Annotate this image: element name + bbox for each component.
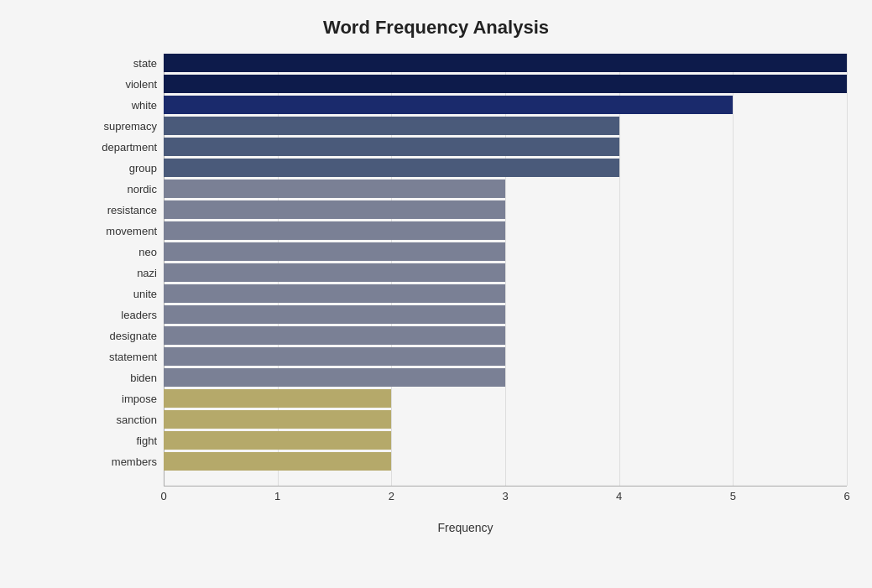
bar-label: sanction bbox=[84, 410, 164, 429]
bar-label: unite bbox=[84, 284, 164, 303]
x-tick-label: 4 bbox=[616, 490, 622, 502]
bar-label: members bbox=[84, 452, 164, 471]
x-tick-label: 6 bbox=[843, 490, 849, 502]
bar-cell bbox=[164, 96, 847, 114]
bar-rect bbox=[164, 159, 619, 177]
bar-label: neo bbox=[84, 242, 164, 261]
bar-rect bbox=[164, 284, 505, 303]
bar-cell bbox=[164, 263, 847, 282]
labels-column: stateviolentwhitesupremacydepartmentgrou… bbox=[84, 54, 164, 486]
bar-rect bbox=[164, 221, 505, 240]
bar-rect bbox=[164, 242, 505, 261]
bar-cell bbox=[164, 117, 847, 135]
chart-container: Word Frequency Analysis stateviolentwhit… bbox=[0, 0, 872, 588]
bar-rect bbox=[164, 410, 391, 429]
bar-rect bbox=[164, 75, 847, 93]
bar-label: nordic bbox=[84, 180, 164, 198]
x-tick-label: 1 bbox=[274, 490, 280, 502]
bar-cell bbox=[164, 180, 847, 198]
bar-cell bbox=[164, 242, 847, 261]
bar-rect bbox=[164, 200, 505, 219]
bar-cell bbox=[164, 305, 847, 324]
bar-cell bbox=[164, 326, 847, 345]
x-axis: 0123456 bbox=[164, 486, 847, 519]
bar-cell bbox=[164, 410, 847, 429]
bar-cell bbox=[164, 200, 847, 219]
bar-rect bbox=[164, 347, 505, 366]
bar-rect bbox=[164, 305, 505, 324]
bar-label: department bbox=[84, 138, 164, 156]
bar-rect bbox=[164, 96, 733, 114]
bar-label: supremacy bbox=[84, 117, 164, 135]
bar-cell bbox=[164, 75, 847, 93]
bar-rect bbox=[164, 452, 391, 471]
x-tick-label: 0 bbox=[160, 490, 166, 502]
x-axis-label: Frequency bbox=[84, 521, 847, 534]
bar-cell bbox=[164, 347, 847, 366]
bar-label: white bbox=[84, 96, 164, 114]
bar-rect bbox=[164, 117, 619, 135]
bar-rect bbox=[164, 138, 619, 156]
x-tick-label: 3 bbox=[502, 490, 508, 502]
bar-cell bbox=[164, 389, 847, 408]
bar-rect bbox=[164, 54, 847, 72]
bar-label: leaders bbox=[84, 305, 164, 324]
bars-column bbox=[164, 54, 847, 486]
bar-label: resistance bbox=[84, 200, 164, 219]
bar-cell bbox=[164, 221, 847, 240]
chart-title: Word Frequency Analysis bbox=[25, 17, 847, 39]
bar-cell bbox=[164, 159, 847, 177]
x-tick-label: 5 bbox=[730, 490, 736, 502]
bar-label: fight bbox=[84, 431, 164, 450]
bar-label: group bbox=[84, 159, 164, 177]
grid-line bbox=[847, 54, 848, 486]
bar-cell bbox=[164, 284, 847, 303]
bar-cell bbox=[164, 431, 847, 450]
bar-cell bbox=[164, 54, 847, 72]
bar-label: statement bbox=[84, 347, 164, 366]
bar-cell bbox=[164, 368, 847, 387]
bar-label: movement bbox=[84, 221, 164, 240]
x-tick-label: 2 bbox=[389, 490, 394, 502]
bar-cell bbox=[164, 452, 847, 471]
bar-label: violent bbox=[84, 75, 164, 93]
bar-label: biden bbox=[84, 368, 164, 387]
bar-rect bbox=[164, 263, 505, 282]
bar-cell bbox=[164, 138, 847, 156]
bar-rect bbox=[164, 326, 505, 345]
bar-rect bbox=[164, 180, 505, 198]
bar-rect bbox=[164, 431, 391, 450]
bar-label: designate bbox=[84, 326, 164, 345]
bar-label: state bbox=[84, 54, 164, 72]
bar-label: impose bbox=[84, 389, 164, 408]
bar-rect bbox=[164, 389, 391, 408]
bar-label: nazi bbox=[84, 263, 164, 282]
bar-rect bbox=[164, 368, 505, 387]
